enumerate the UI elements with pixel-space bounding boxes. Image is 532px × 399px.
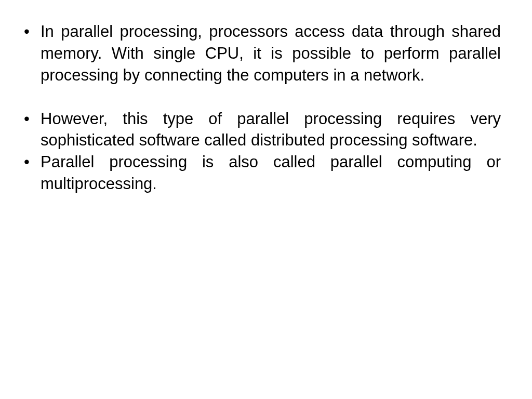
list-item: However, this type of parallel processin… [21, 108, 501, 152]
bullet-list: In parallel processing, processors acces… [21, 21, 501, 195]
list-item: In parallel processing, processors acces… [21, 21, 501, 86]
list-item: Parallel processing is also called paral… [21, 151, 501, 195]
